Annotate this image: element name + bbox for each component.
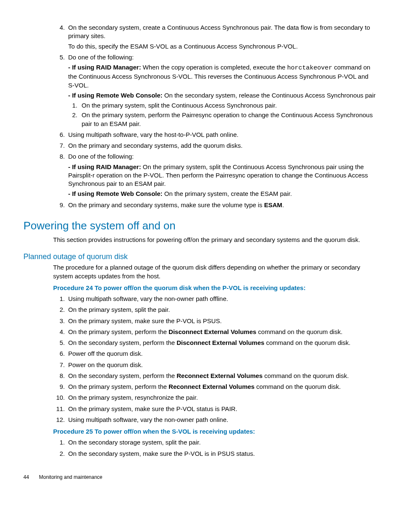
item-number: 12. (53, 416, 65, 424)
list-item: 2.On the primary system, split the pair. (53, 306, 376, 314)
item-text: On the primary system, split the pair. (68, 306, 170, 313)
list-item: 3.On the primary system, make sure the P… (53, 317, 376, 325)
item-text: Using multipath software, vary the non-o… (68, 295, 228, 302)
item-text: Do one of the following: (68, 53, 376, 62)
section-body: This section provides instructions for p… (53, 236, 376, 244)
procedure-title: Procedure 24 To power off/on the quorum … (53, 284, 376, 292)
list-item: 4.On the primary system, perform the Dis… (53, 328, 376, 336)
item-text: Power off the quorum disk. (68, 350, 143, 357)
list-item: 1.On the primary system, split the Conti… (68, 101, 376, 110)
item-number: 8. (53, 372, 65, 380)
item-number: 11. (53, 405, 65, 413)
item-number: 7. (53, 361, 65, 369)
code: horctakeover (287, 64, 332, 72)
item-number: 9. (53, 201, 65, 209)
list-item: 7.On the primary and secondary systems, … (53, 141, 376, 150)
item-number: 5. (53, 53, 65, 62)
list-item: 2.On the secondary system, make sure the… (53, 450, 376, 458)
list-item: 9.On the primary system, perform the Rec… (53, 383, 376, 391)
option-label: - If using RAID Manager: (68, 64, 141, 71)
item-text: Using multipath software, vary the non-o… (68, 416, 228, 423)
list-item: 5.On the secondary system, perform the D… (53, 339, 376, 347)
item-text: On the primary system, make sure the P-V… (68, 405, 237, 412)
page-number: 44 (23, 474, 38, 481)
item-text: On the secondary system, perform the Dis… (68, 339, 350, 346)
item-number: 3. (53, 317, 65, 325)
item-text: On the secondary system, perform the Rec… (68, 372, 349, 379)
page-footer: 44 Monitoring and maintenance (23, 474, 376, 481)
list-item: 12.Using multipath software, vary the no… (53, 416, 376, 424)
item-number: 1. (53, 438, 65, 447)
procedure-24-list: 1.Using multipath software, vary the non… (53, 295, 376, 424)
procedure-title: Procedure 25 To power off/on when the S-… (53, 427, 376, 436)
top-numbered-list: 4. On the secondary system, create a Con… (53, 23, 376, 209)
option-label: - If using Remote Web Console: (68, 190, 163, 197)
list-item: 2.On the primary system, perform the Pai… (68, 111, 376, 128)
section-body: The procedure for a planned outage of th… (53, 263, 376, 458)
item-text: On the primary system, perform the Recon… (68, 383, 341, 390)
item-text: On the primary system, resynchronize the… (68, 394, 198, 401)
list-item: 9.On the primary and secondary systems, … (53, 201, 376, 209)
item-number: 5. (53, 339, 65, 347)
item-text: Power on the quorum disk. (68, 361, 143, 368)
list-item: 8.On the secondary system, perform the R… (53, 372, 376, 380)
item-number: 8. (53, 152, 65, 161)
item-text: - If using RAID Manager: When the copy o… (68, 63, 376, 90)
item-text: On the primary system, perform the Disco… (68, 328, 343, 335)
item-text: On the primary system, perform the Pairr… (82, 111, 373, 127)
item-text: Using multipath software, vary the host-… (68, 131, 238, 138)
item-number: 9. (53, 383, 65, 391)
option-label: - If using Remote Web Console: (68, 92, 163, 99)
item-number: 6. (53, 350, 65, 358)
item-number: 4. (53, 23, 65, 32)
list-item: 5. Do one of the following: - If using R… (53, 53, 376, 128)
procedure-25-list: 1.On the secondary storage system, split… (53, 438, 376, 458)
item-text: On the primary system, split the Continu… (82, 102, 277, 109)
item-number: 2. (53, 450, 65, 458)
item-number: 7. (53, 141, 65, 150)
item-text: On the primary and secondary systems, ad… (68, 142, 243, 149)
footer-title: Monitoring and maintenance (39, 474, 102, 480)
item-text: On the primary system, make sure the P-V… (68, 317, 222, 324)
item-text: Do one of the following: (68, 152, 376, 161)
item-text: On the secondary system, create a Contin… (68, 23, 376, 41)
nested-list: 1.On the primary system, split the Conti… (68, 101, 376, 128)
item-number: 6. (53, 131, 65, 139)
heading-powering: Powering the system off and on (23, 218, 376, 233)
item-text: - If using Remote Web Console: On the pr… (68, 190, 376, 198)
list-item: 10.On the primary system, resynchronize … (53, 393, 376, 402)
item-text: On the primary and secondary systems, ma… (68, 201, 284, 208)
item-number: 2. (53, 306, 65, 314)
item-number: 10. (53, 393, 65, 402)
list-item: 4. On the secondary system, create a Con… (53, 23, 376, 51)
list-item: 1.On the secondary storage system, split… (53, 438, 376, 447)
list-item: 6.Power off the quorum disk. (53, 350, 376, 358)
list-item: 8. Do one of the following: - If using R… (53, 152, 376, 198)
item-text: To do this, specify the ESAM S-VOL as a … (68, 42, 376, 51)
item-text: - If using Remote Web Console: On the se… (68, 91, 376, 100)
heading-planned-outage: Planned outage of quorum disk (23, 252, 376, 262)
item-number: 1. (68, 101, 77, 110)
content-body: 4. On the secondary system, create a Con… (53, 23, 376, 209)
list-item: 1.Using multipath software, vary the non… (53, 295, 376, 303)
list-item: 7.Power on the quorum disk. (53, 361, 376, 369)
item-text: - If using RAID Manager: On the primary … (68, 163, 376, 188)
item-text: On the secondary storage system, split t… (68, 439, 201, 446)
item-number: 4. (53, 328, 65, 336)
paragraph: The procedure for a planned outage of th… (53, 263, 376, 280)
item-text: On the secondary system, make sure the P… (68, 450, 255, 457)
option-label: - If using RAID Manager: (68, 163, 141, 170)
item-number: 2. (68, 111, 77, 119)
list-item: 11.On the primary system, make sure the … (53, 405, 376, 413)
list-item: 6.Using multipath software, vary the hos… (53, 131, 376, 139)
item-number: 1. (53, 295, 65, 303)
paragraph: This section provides instructions for p… (53, 236, 376, 244)
